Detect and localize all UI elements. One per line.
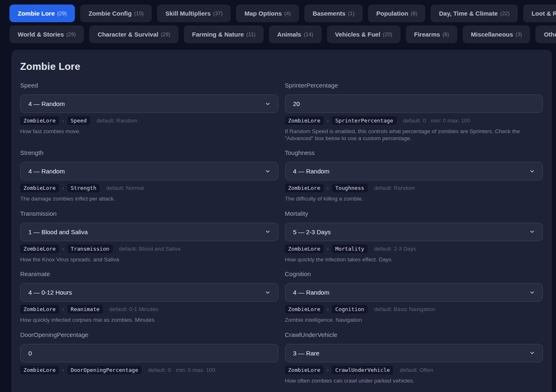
field-door-opening-percentage: DoorOpeningPercentage ZombieLore › DoorO… [20,331,278,385]
tab-count: (29) [66,31,76,37]
tab-count: (29) [57,10,67,16]
tab-label: Farming & Nature [192,31,244,38]
setting-meta: ZombieLore › Transmission default: Blood… [20,244,278,253]
setting-name-chip: Toughness [332,184,367,192]
category-chip: ZombieLore [285,244,324,253]
tab-firearms[interactable]: Firearms (6) [406,25,457,43]
help-text: How the Knox Virus spreads. and Saliva [20,256,275,263]
setting-label: Mortality [285,210,543,217]
tab-label: Vehicles & Fuel [335,31,380,38]
tab-label: Character & Survival [97,31,158,38]
chevron-down-icon [529,168,535,174]
breadcrumb-separator-icon: › [327,246,329,252]
select-value: 4 — Random [28,168,65,175]
setting-meta: ZombieLore › Toughness default: Random [285,184,543,192]
tab-count: (6) [442,31,449,37]
setting-meta: ZombieLore › Mortality default: 2-3 Days [285,244,543,253]
toughness-select[interactable]: 4 — Random [285,162,543,180]
mortality-select[interactable]: 5 — 2-3 Days [285,223,543,241]
chevron-down-icon [265,229,271,235]
help-text: If Random Speed is enabled, this control… [285,128,540,142]
chevron-down-icon [265,290,271,295]
field-sprinter-percentage: SprinterPercentage ZombieLore › Sprinter… [285,82,543,142]
setting-label: Transmission [20,210,278,217]
breadcrumb-separator-icon: › [327,185,329,191]
settings-grid: Speed 4 — Random ZombieLore › Speed defa… [20,82,543,392]
setting-label: CrawlUnderVehicle [285,331,543,339]
category-chip: ZombieLore [285,366,324,374]
help-text: How fast zombies move. [20,128,275,135]
default-value: default: Normal [106,185,144,191]
tab-basements[interactable]: Basements (1) [304,5,363,22]
tab-map-options[interactable]: Map Options (4) [236,5,299,22]
breadcrumb-separator-icon: › [327,118,329,124]
cognition-select[interactable]: 4 — Random [285,283,543,302]
category-chip: ZombieLore [20,184,59,192]
setting-meta: ZombieLore › Cognition default: Basic Na… [285,305,543,314]
tab-day-time-climate[interactable]: Day, Time & Climate (22) [431,5,518,22]
default-value: default: Often [400,367,433,373]
breadcrumb-separator-icon: › [327,367,329,373]
field-cognition: Cognition 4 — Random ZombieLore › Cognit… [285,270,543,324]
setting-label: Reanimate [20,270,278,278]
speed-select[interactable]: 4 — Random [20,95,278,113]
tab-population[interactable]: Population (8) [368,5,425,22]
breadcrumb-separator-icon: › [62,306,64,312]
tab-loot-rarity[interactable]: Loot & Rarity (41) [523,5,556,22]
minmax-range: min: 0 max: 100 [431,118,470,124]
select-value: 4 — 0-12 Hours [28,289,72,296]
category-chip: ZombieLore [285,184,324,192]
default-value: default: Random [374,185,415,191]
tab-character-survival[interactable]: Character & Survival (29) [89,25,178,43]
reanimate-select[interactable]: 4 — 0-12 Hours [20,283,278,302]
tab-label: World & Stories [18,31,64,38]
field-strength: Strength 4 — Random ZombieLore › Strengt… [20,149,278,203]
select-value: 3 — Rare [293,350,320,357]
tab-row-2: World & Stories (29) Character & Surviva… [9,25,546,43]
tab-count: (11) [246,31,255,37]
tab-animals[interactable]: Animals (14) [269,25,321,43]
tab-label: Loot & Rarity [531,10,556,17]
help-text: The damage zombies inflict per attack. [20,196,275,203]
tab-count: (37) [213,10,222,16]
tab-farming-nature[interactable]: Farming & Nature (11) [184,25,264,43]
chevron-down-icon [265,168,271,174]
category-chip: ZombieLore [20,116,59,125]
strength-select[interactable]: 4 — Random [20,162,278,180]
setting-label: Cognition [285,270,543,278]
select-value: 4 — Random [293,289,329,296]
tab-count: (3) [516,31,522,37]
category-chip: ZombieLore [285,305,324,314]
door-opening-percentage-input[interactable] [20,344,278,362]
setting-meta: ZombieLore › Strength default: Normal [20,184,278,192]
chevron-down-icon [529,290,535,295]
transmission-select[interactable]: 1 — Blood and Saliva [20,223,278,241]
setting-name-chip: CrawlUnderVehicle [332,366,393,374]
tab-label: Miscellaneous [471,31,513,38]
tab-label: Population [376,10,408,17]
setting-name-chip: Speed [67,116,90,125]
category-chip: ZombieLore [20,366,59,374]
setting-label: SprinterPercentage [285,82,543,89]
crawl-under-vehicle-select[interactable]: 3 — Rare [285,344,543,362]
setting-label: Speed [20,82,278,89]
category-chip: ZombieLore [20,305,59,314]
tab-label: Zombie Lore [18,10,55,17]
tab-zombie-config[interactable]: Zombie Config (15) [80,5,152,22]
setting-meta: ZombieLore › SprinterPercentage default:… [285,116,543,125]
sprinter-percentage-input[interactable] [285,95,543,113]
breadcrumb-separator-icon: › [62,367,64,373]
setting-meta: ZombieLore › DoorOpeningPercentage defau… [20,366,278,374]
tab-miscellaneous[interactable]: Miscellaneous (3) [463,25,530,43]
setting-name-chip: SprinterPercentage [332,116,396,125]
tab-label: Firearms [414,31,440,38]
tab-vehicles-fuel[interactable]: Vehicles & Fuel (20) [327,25,401,43]
setting-label: Strength [20,149,278,157]
tab-skill-multipliers[interactable]: Skill Multipliers (37) [157,5,231,22]
tab-label: Zombie Config [88,10,132,17]
tab-other[interactable]: Other (630) [535,25,556,43]
setting-meta: ZombieLore › CrawlUnderVehicle default: … [285,366,543,374]
tab-zombie-lore[interactable]: Zombie Lore (29) [9,5,75,22]
tab-count: (14) [303,31,313,37]
tab-world-stories[interactable]: World & Stories (29) [9,25,84,43]
